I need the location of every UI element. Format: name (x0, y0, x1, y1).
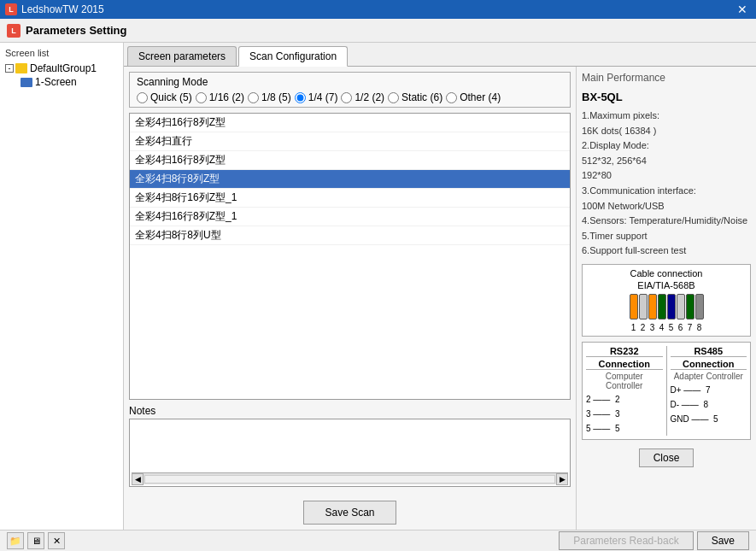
rs232-connection: Connection (586, 359, 663, 370)
rs485-connection: Connection (671, 359, 747, 370)
app-icon: L (5, 3, 17, 15)
notes-box: ◀ ▶ (129, 419, 571, 487)
folder-icon (15, 63, 27, 73)
cable-num: 6 (677, 323, 685, 332)
main-performance-label: Main Performance (582, 72, 751, 84)
cable-wire-8 (695, 294, 704, 319)
screen-item[interactable]: 1-Screen (19, 75, 120, 89)
notes-scrollbar (132, 421, 568, 472)
close-button[interactable]: Close (639, 448, 694, 467)
monitor-btn[interactable]: 🖥 (27, 532, 44, 549)
notes-label: Notes (129, 405, 571, 417)
cable-wire-7 (686, 294, 694, 319)
radio-other[interactable]: Other (4) (446, 91, 501, 103)
tab-screen-params[interactable]: Screen parameters (127, 46, 237, 66)
tree-expand-icon[interactable]: - (5, 64, 14, 73)
scan-list-item[interactable]: 全彩4扫16行8列Z型 (130, 114, 570, 132)
cable-wire-4 (658, 294, 666, 319)
radio-static[interactable]: Static (6) (388, 91, 442, 103)
radio-quick5[interactable]: Quick (5) (137, 91, 192, 103)
cable-num: 7 (686, 323, 694, 332)
rs232-header: RS232 (586, 346, 663, 357)
scan-list-item[interactable]: 全彩4扫16行8列Z型_1 (130, 208, 570, 226)
window-close-button[interactable]: ✕ (734, 2, 751, 17)
notes-content (132, 421, 568, 472)
rs485-lines: D+ —— 7 D- —— 8 GND —— 5 (671, 383, 747, 426)
cable-diagram (586, 294, 747, 319)
cable-num: 5 (667, 323, 676, 332)
cable-wire-3 (648, 294, 657, 319)
rs485-col: RS485 Connection Adapter Controller D+ —… (671, 346, 747, 436)
cable-wire-2 (639, 294, 648, 319)
screen-list-label: Screen list (3, 46, 120, 60)
screen-icon (21, 78, 32, 87)
cable-num: 1 (630, 323, 638, 332)
cable-title: Cable connection (586, 268, 747, 278)
rs232-sub: Computer Controller (586, 372, 663, 390)
scan-list-item[interactable]: 全彩4扫直行 (130, 132, 570, 151)
tabs: Screen parameters Scan Configuration (124, 43, 756, 67)
save-button[interactable]: Save (697, 531, 749, 550)
delete-btn[interactable]: ✕ (48, 532, 65, 549)
folder-btn[interactable]: 📁 (7, 532, 24, 549)
cable-num: 2 (639, 323, 648, 332)
scan-list-item[interactable]: 全彩4扫8行16列Z型_1 (130, 189, 570, 208)
tree-group[interactable]: - DefaultGroup1 (3, 62, 120, 75)
scan-list-item[interactable]: 全彩4扫8行8列U型 (130, 226, 570, 245)
rs485-header: RS485 (671, 346, 747, 357)
hscroll-track[interactable] (144, 475, 555, 484)
params-readback-button[interactable]: Parameters Read-back (559, 531, 693, 550)
title-bar-text: LedshowTW 2015 (21, 3, 734, 15)
device-name: BX-5QL (582, 91, 751, 103)
cable-wire-5 (667, 294, 676, 319)
scan-list[interactable]: 全彩4扫16行8列Z型全彩4扫直行全彩4扫16行8列Z型全彩4扫8行8列Z型全彩… (129, 113, 571, 400)
scroll-left-btn[interactable]: ◀ (132, 473, 144, 485)
title-bar: L LedshowTW 2015 ✕ (0, 0, 756, 19)
save-scan-button[interactable]: Save Scan (303, 501, 396, 525)
center-panel: Scanning Mode Quick (5) 1/16 (2) 1/8 (124, 67, 577, 530)
conn-row: RS232 Connection Computer Controller 2 —… (586, 346, 747, 436)
bottom-bar: 📁 🖥 ✕ Parameters Read-back Save (0, 530, 756, 551)
cable-subtitle: EIA/TIA-568B (586, 280, 747, 290)
dialog-icon: L (7, 24, 21, 38)
scan-list-item[interactable]: 全彩4扫8行8列Z型 (130, 170, 570, 189)
rs232-col: RS232 Connection Computer Controller 2 —… (586, 346, 663, 436)
dialog-header: L Parameters Setting (0, 19, 756, 43)
cable-box: Cable connection EIA/TIA-568B 12345678 (582, 264, 751, 337)
cable-num: 8 (695, 323, 704, 332)
dialog-title: Parameters Setting (26, 24, 127, 37)
radio-12[interactable]: 1/2 (2) (341, 91, 384, 103)
screen-label: 1-Screen (35, 76, 77, 88)
radio-14[interactable]: 1/4 (7) (295, 91, 338, 103)
notes-section: Notes ◀ ▶ (129, 405, 571, 487)
scan-list-item[interactable]: 全彩4扫16行8列Z型 (130, 151, 570, 170)
notes-hscroll[interactable]: ◀ ▶ (132, 472, 568, 484)
cable-wire-6 (677, 294, 685, 319)
scan-mode-section: Scanning Mode Quick (5) 1/16 (2) 1/8 (129, 72, 571, 108)
connection-table: RS232 Connection Computer Controller 2 —… (582, 342, 751, 440)
sidebar: Screen list - DefaultGroup1 1-Screen (0, 43, 124, 530)
info-panel: Main Performance BX-5QL 1.Maximum pixels… (577, 67, 756, 530)
cable-numbers: 12345678 (586, 323, 747, 332)
content-area: Scanning Mode Quick (5) 1/16 (2) 1/8 (124, 67, 756, 530)
group-label: DefaultGroup1 (30, 62, 97, 74)
radio-18[interactable]: 1/8 (5) (248, 91, 291, 103)
rs485-sub: Adapter Controller (671, 372, 747, 381)
cable-num: 4 (658, 323, 666, 332)
scroll-right-btn[interactable]: ▶ (556, 473, 568, 485)
rs232-lines: 2 —— 2 3 —— 3 5 —— 5 (586, 392, 663, 436)
device-specs: 1.Maximum pixels: 16K dots( 16384 )2.Dis… (582, 108, 751, 259)
main-content: Screen list - DefaultGroup1 1-Screen Scr… (0, 43, 756, 530)
tab-scan-config[interactable]: Scan Configuration (238, 46, 348, 67)
radio-116[interactable]: 1/16 (2) (196, 91, 244, 103)
cable-wire-1 (630, 294, 638, 319)
right-panel: Screen parameters Scan Configuration Sca… (124, 43, 756, 530)
radio-group: Quick (5) 1/16 (2) 1/8 (5) 1/4 (7) (137, 91, 563, 103)
cable-num: 3 (648, 323, 657, 332)
scan-mode-label: Scanning Mode (137, 76, 563, 88)
